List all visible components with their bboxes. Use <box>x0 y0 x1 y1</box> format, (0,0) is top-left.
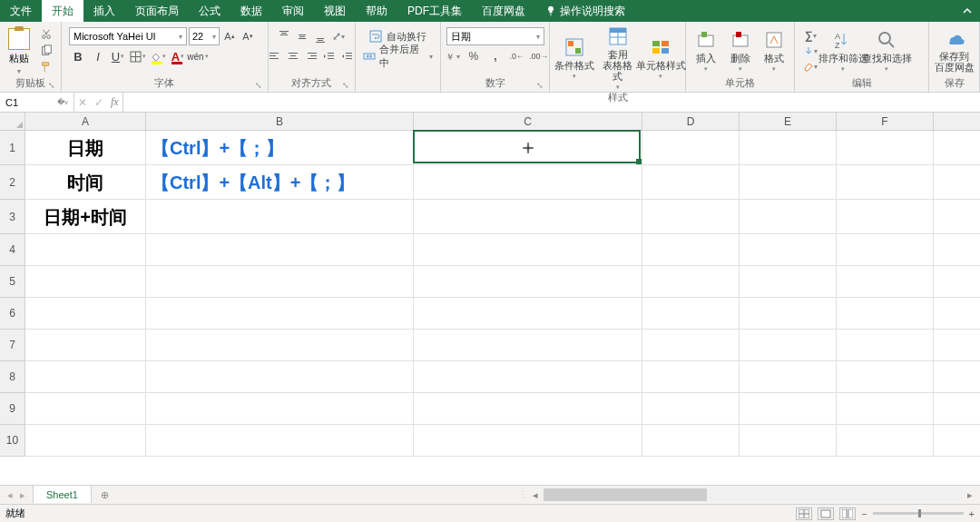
comma-format-button[interactable]: , <box>485 47 505 65</box>
increase-font-button[interactable]: A▴ <box>221 28 238 44</box>
cell[interactable] <box>837 361 934 393</box>
cell[interactable] <box>837 425 934 457</box>
cell[interactable]: 【Ctrl】+【Alt】+【；】 <box>146 165 414 200</box>
cell[interactable] <box>740 234 837 266</box>
cell[interactable] <box>146 361 414 393</box>
dialog-launcher-icon[interactable]: ⤡ <box>255 81 262 90</box>
merge-center-button[interactable]: 合并后居中 ▾ <box>363 47 434 65</box>
spreadsheet-grid[interactable]: ABCDEF 12345678910 日期【Ctrl】+【；】时间【Ctrl】+… <box>0 113 980 485</box>
number-format-select[interactable]: 日期▾ <box>446 27 544 45</box>
dialog-launcher-icon[interactable]: ⤡ <box>342 81 349 90</box>
orientation-button[interactable]: ⤢▾ <box>329 27 348 45</box>
normal-view-button[interactable] <box>796 507 812 520</box>
cell[interactable] <box>837 393 934 425</box>
zoom-out-button[interactable]: − <box>861 508 867 519</box>
scroll-thumb[interactable] <box>544 488 707 501</box>
increase-decimal-button[interactable]: .0← <box>507 47 527 65</box>
decrease-decimal-button[interactable]: .00→ <box>529 47 549 65</box>
row-header[interactable]: 5 <box>0 266 24 298</box>
decrease-indent-button[interactable] <box>320 47 338 65</box>
dialog-launcher-icon[interactable]: ⤡ <box>536 81 544 90</box>
cell[interactable] <box>25 266 146 298</box>
cell[interactable]: 【Ctrl】+【；】 <box>146 131 414 165</box>
column-header[interactable]: C <box>414 113 642 130</box>
format-cells-button[interactable]: 格式▾ <box>760 29 789 73</box>
tab-view[interactable]: 视图 <box>314 0 356 22</box>
sheet-tab-active[interactable]: Sheet1 <box>33 485 92 503</box>
cell[interactable] <box>414 298 642 330</box>
tab-insert[interactable]: 插入 <box>83 0 125 22</box>
tab-baidu-netdisk[interactable]: 百度网盘 <box>472 0 535 22</box>
row-header[interactable]: 7 <box>0 330 24 361</box>
align-right-button[interactable] <box>302 47 320 65</box>
cell[interactable] <box>740 425 837 457</box>
cell[interactable] <box>25 425 146 457</box>
cell[interactable] <box>740 361 837 393</box>
cell[interactable] <box>25 361 146 393</box>
font-color-button[interactable]: A▾ <box>169 47 187 65</box>
accounting-format-button[interactable]: ￥▾ <box>442 47 462 65</box>
page-break-view-button[interactable] <box>839 507 856 520</box>
sort-filter-button[interactable]: AZ 排序和筛选▾ <box>824 29 862 73</box>
row-header[interactable]: 6 <box>0 298 24 330</box>
cells-container[interactable]: 日期【Ctrl】+【；】时间【Ctrl】+【Alt】+【；】日期+时间 <box>25 131 980 457</box>
cell[interactable]: 日期 <box>25 131 146 165</box>
column-header[interactable]: F <box>837 113 934 130</box>
fill-button[interactable]: ▾ <box>802 44 818 58</box>
cell[interactable] <box>414 165 642 200</box>
row-header[interactable]: 9 <box>0 393 24 425</box>
border-button[interactable]: ▾ <box>129 47 147 65</box>
align-left-button[interactable] <box>266 47 284 65</box>
percent-format-button[interactable]: % <box>464 47 484 65</box>
cell[interactable] <box>414 266 642 298</box>
increase-indent-button[interactable] <box>338 47 357 65</box>
cell[interactable] <box>642 393 740 425</box>
cell[interactable] <box>642 200 740 234</box>
fill-color-button[interactable]: ▾ <box>149 47 167 65</box>
cell[interactable] <box>146 266 414 298</box>
cell[interactable] <box>837 266 934 298</box>
cell[interactable] <box>146 200 414 234</box>
tab-help[interactable]: 帮助 <box>356 0 397 22</box>
dialog-launcher-icon[interactable]: ⤡ <box>48 81 55 90</box>
insert-cells-button[interactable]: 插入▾ <box>691 29 720 73</box>
scroll-track[interactable] <box>544 488 962 501</box>
format-as-table-button[interactable]: 套用 表格格式▾ <box>599 25 636 91</box>
bold-button[interactable]: B <box>69 47 87 65</box>
collapse-ribbon-button[interactable] <box>958 2 976 20</box>
add-sheet-button[interactable]: ⊕ <box>92 486 118 504</box>
cell[interactable] <box>146 234 414 266</box>
column-header[interactable]: D <box>642 113 740 130</box>
cell[interactable] <box>414 234 642 266</box>
cell[interactable] <box>740 131 837 165</box>
tab-home[interactable]: 开始 <box>42 0 83 22</box>
column-header[interactable]: A <box>25 113 146 130</box>
cell[interactable] <box>837 298 934 330</box>
conditional-formatting-button[interactable]: 条件格式▾ <box>555 36 593 80</box>
cell[interactable] <box>146 330 414 361</box>
horizontal-scrollbar[interactable]: ◂ ▸ <box>525 486 980 504</box>
cell[interactable] <box>414 361 642 393</box>
row-headers[interactable]: 12345678910 <box>0 131 25 457</box>
tab-formulas[interactable]: 公式 <box>189 0 230 22</box>
sheet-nav-prev[interactable]: ◂ <box>7 489 13 501</box>
cell[interactable] <box>25 234 146 266</box>
tell-me-search[interactable]: 操作说明搜索 <box>535 0 635 22</box>
cell[interactable] <box>837 330 934 361</box>
cell[interactable]: 日期+时间 <box>25 200 146 234</box>
cell[interactable] <box>837 165 934 200</box>
sheet-nav-next[interactable]: ▸ <box>20 489 25 501</box>
copy-button[interactable] <box>37 44 55 58</box>
row-header[interactable]: 8 <box>0 361 24 393</box>
underline-button[interactable]: U▾ <box>109 47 127 65</box>
cell[interactable] <box>740 200 837 234</box>
select-all-corner[interactable] <box>0 113 25 131</box>
font-size-select[interactable]: 22▾ <box>189 27 220 45</box>
paste-button[interactable]: 粘贴 ▾ <box>4 25 34 75</box>
cell[interactable] <box>740 298 837 330</box>
cell[interactable] <box>25 330 146 361</box>
insert-function-button[interactable]: fx <box>111 95 119 109</box>
row-header[interactable]: 4 <box>0 234 24 266</box>
column-header[interactable]: B <box>146 113 414 130</box>
align-middle-button[interactable] <box>293 27 311 45</box>
